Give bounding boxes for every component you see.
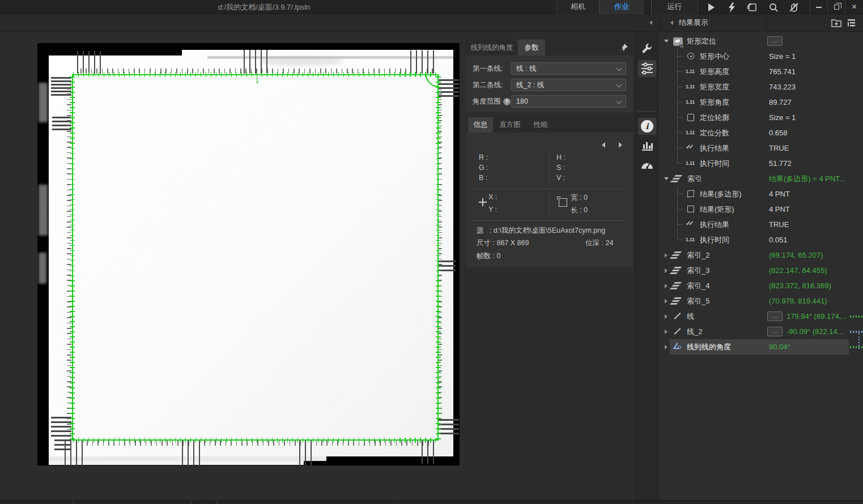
tree-row[interactable]: 执行结果TRUE bbox=[658, 140, 863, 156]
search-icon[interactable] bbox=[768, 2, 779, 12]
tree-row[interactable]: 执行时间0.051 bbox=[658, 232, 863, 247]
tool-name-tab[interactable]: 线到线的角度 bbox=[466, 40, 518, 55]
mouse-disabled-icon[interactable] bbox=[789, 2, 799, 12]
number-icon bbox=[686, 235, 696, 245]
add-folder-icon[interactable] bbox=[831, 18, 842, 28]
tree-row[interactable]: 定位轮廓Size = 1 bbox=[658, 110, 863, 125]
tab-info[interactable]: 信息 bbox=[468, 117, 493, 133]
collapse-arrow-icon[interactable] bbox=[664, 40, 669, 42]
divider bbox=[473, 220, 626, 221]
play-icon[interactable] bbox=[706, 2, 716, 12]
tree-row-label: 索引_5 bbox=[687, 296, 709, 306]
layers-icon bbox=[673, 266, 683, 275]
tree-row[interactable]: 索引结果(多边形) = 4 PNT... bbox=[658, 171, 863, 186]
link-indicator bbox=[850, 346, 862, 348]
field-label-line1: 第一条线: bbox=[473, 62, 503, 75]
help-icon[interactable]: ? bbox=[503, 98, 511, 105]
info-tab-icon[interactable]: i bbox=[638, 118, 656, 135]
tree-row-label: 索引 bbox=[687, 174, 702, 184]
tree-row-label: 矩形宽度 bbox=[700, 82, 729, 92]
tree-row[interactable]: 矩形宽度743.223 bbox=[658, 79, 863, 95]
tree-row[interactable]: 执行结果TRUE bbox=[658, 217, 863, 232]
check-icon bbox=[686, 143, 696, 153]
tree-list-icon[interactable] bbox=[847, 18, 857, 27]
s-label: S : bbox=[556, 164, 565, 172]
settings-sliders-icon[interactable] bbox=[638, 60, 656, 77]
wrench-tool-icon[interactable] bbox=[638, 41, 656, 58]
g-label: G : bbox=[479, 164, 488, 172]
gauge-tab-icon[interactable] bbox=[638, 156, 656, 173]
tree-row[interactable]: 线_2...-90.09° (822.14... bbox=[658, 324, 863, 339]
check-icon bbox=[686, 220, 696, 229]
tree-row[interactable]: 线...179.94° (69.174,... bbox=[658, 309, 863, 324]
tab-run[interactable]: 运行 bbox=[651, 0, 698, 14]
minimize-button[interactable] bbox=[810, 0, 827, 14]
tree-row[interactable]: 索引_5(70.979, 819.441) bbox=[658, 293, 863, 309]
next-arrow-icon[interactable] bbox=[619, 142, 622, 148]
expand-arrow-icon[interactable] bbox=[665, 253, 668, 258]
depth-row: 位深 : 24 bbox=[585, 238, 613, 248]
restore-button[interactable] bbox=[827, 0, 845, 14]
tab-parameters[interactable]: 参数 bbox=[518, 40, 545, 55]
line1-select[interactable]: 线 : 线 bbox=[511, 62, 626, 75]
save-icon[interactable] bbox=[747, 2, 757, 12]
tree-row[interactable]: 矩形中心Size = 1 bbox=[658, 49, 863, 64]
tree-row[interactable]: 执行时间51.772 bbox=[658, 156, 863, 171]
expand-arrow-icon[interactable] bbox=[665, 314, 668, 319]
more-button[interactable]: ... bbox=[767, 311, 783, 321]
tab-performance[interactable]: 性能 bbox=[528, 117, 553, 133]
tree-row[interactable]: 线到线的角度90.04° bbox=[658, 339, 863, 354]
move-icon bbox=[478, 198, 487, 207]
result-index-label: 1 bbox=[255, 76, 259, 84]
tree-row[interactable]: 索引_4(823.372, 816.369) bbox=[658, 278, 863, 293]
line2-select[interactable]: 线_2 : 线 bbox=[511, 79, 626, 91]
collapse-arrow-icon[interactable] bbox=[664, 177, 669, 180]
tree-row-value: TRUE bbox=[769, 220, 789, 229]
tree-row[interactable]: 矩形定位... bbox=[658, 33, 863, 49]
expand-arrow-icon[interactable] bbox=[665, 345, 668, 349]
tree-row[interactable]: 索引_2(69.174, 65.207) bbox=[658, 247, 863, 263]
divider bbox=[72, 501, 73, 504]
flash-run-icon[interactable] bbox=[727, 2, 737, 12]
tree-row-value: 结果(多边形) = 4 PNT... bbox=[769, 174, 845, 184]
more-button[interactable]: ... bbox=[767, 36, 783, 46]
divider bbox=[766, 16, 767, 30]
more-button[interactable]: ... bbox=[767, 327, 783, 336]
expand-arrow-icon[interactable] bbox=[665, 284, 668, 288]
angle-range-select[interactable]: 180 bbox=[511, 95, 626, 108]
divider bbox=[473, 189, 626, 189]
y-label: Y : bbox=[488, 206, 497, 213]
tree-row-label: 执行结果 bbox=[700, 143, 729, 153]
histogram-tab-icon[interactable] bbox=[638, 137, 656, 154]
tree-row-value: -90.09° (822.14... bbox=[787, 327, 844, 336]
tree-row[interactable]: 结果(矩形)4 PNT bbox=[658, 202, 863, 217]
tree-row[interactable]: 索引_3(822.147, 64.455) bbox=[658, 263, 863, 278]
tree-row[interactable]: 矩形高度765.741 bbox=[658, 64, 863, 79]
tab-camera[interactable]: 相机 bbox=[556, 0, 600, 14]
angle-range-label: 角度范围 bbox=[473, 97, 501, 105]
expand-arrow-icon[interactable] bbox=[665, 330, 668, 334]
expand-arrow-icon[interactable] bbox=[665, 268, 668, 273]
tree-row[interactable]: 结果(多边形)4 PNT bbox=[658, 186, 863, 202]
tree-row[interactable]: 矩形角度89.727 bbox=[658, 95, 863, 110]
prev-arrow-icon[interactable] bbox=[602, 142, 605, 148]
side-toolbar: i bbox=[635, 32, 658, 500]
tab-histogram[interactable]: 直方图 bbox=[494, 117, 526, 133]
divider bbox=[191, 501, 192, 504]
expand-arrow-icon[interactable] bbox=[665, 299, 668, 304]
tree-row-label: 索引_3 bbox=[687, 266, 709, 276]
collapse-panel-icon[interactable] bbox=[649, 20, 652, 25]
line1-select-value: 线 : 线 bbox=[516, 65, 536, 72]
tree-row-value: 0.051 bbox=[769, 236, 788, 244]
polygon-icon bbox=[686, 189, 696, 199]
tree-row[interactable]: 定位分数0.658 bbox=[658, 125, 863, 140]
info-panel-header: 信息 直方图 性能 bbox=[466, 117, 633, 133]
pin-icon[interactable] bbox=[619, 43, 628, 52]
width-value: 0 bbox=[584, 194, 588, 202]
tab-job[interactable]: 作业 bbox=[600, 0, 644, 14]
line2-select-value: 线_2 : 线 bbox=[516, 81, 544, 89]
close-button[interactable]: ✕ bbox=[845, 0, 863, 14]
collapse-results-icon[interactable] bbox=[670, 20, 673, 25]
tree-row-label: 结果(多边形) bbox=[700, 189, 742, 199]
tree-row-value: TRUE bbox=[769, 144, 789, 152]
